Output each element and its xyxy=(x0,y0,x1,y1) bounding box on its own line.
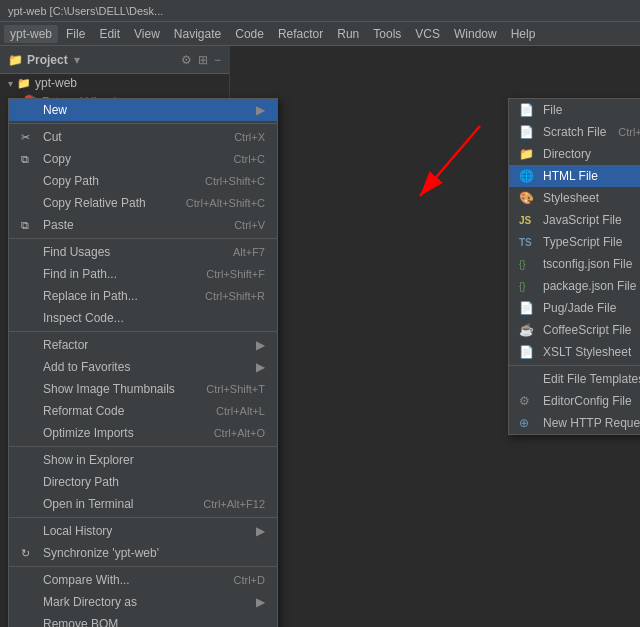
package-json-icon: {} xyxy=(519,281,537,292)
ctx-item-find-in-path[interactable]: Find in Path... Ctrl+Shift+F xyxy=(9,263,277,285)
project-label: Project xyxy=(27,53,68,67)
sub-item-scratch-file[interactable]: 📄 Scratch File Ctrl+Alt+Shift+Insert xyxy=(509,121,640,143)
layout-icon[interactable]: ⊞ xyxy=(198,53,208,67)
sub-item-html[interactable]: 🌐 HTML File xyxy=(509,165,640,187)
folder-icon: 📁 xyxy=(8,53,23,67)
ctx-divider-2 xyxy=(9,238,277,239)
sub-item-http-request[interactable]: ⊕ New HTTP Request xyxy=(509,412,640,434)
xslt-icon: 📄 xyxy=(519,345,537,359)
new-submenu: 📄 File 📄 Scratch File Ctrl+Alt+Shift+Ins… xyxy=(508,98,640,435)
sub-item-ts[interactable]: TS TypeScript File xyxy=(509,231,640,253)
menu-item-help[interactable]: Help xyxy=(505,25,542,43)
ctx-item-local-history[interactable]: Local History ▶ xyxy=(9,520,277,542)
pug-icon: 📄 xyxy=(519,301,537,315)
ctx-item-optimize-imports[interactable]: Optimize Imports Ctrl+Alt+O xyxy=(9,422,277,444)
ctx-item-cut[interactable]: ✂ Cut Ctrl+X xyxy=(9,126,277,148)
sync-icon: ↻ xyxy=(21,547,37,560)
project-folder-icon: 📁 xyxy=(17,77,31,90)
context-menu: New ▶ ✂ Cut Ctrl+X ⧉ Copy Ctrl+C Copy Pa… xyxy=(8,98,278,627)
menu-item-refactor[interactable]: Refactor xyxy=(272,25,329,43)
ctx-item-remove-bom[interactable]: Remove BOM xyxy=(9,613,277,627)
stylesheet-icon: 🎨 xyxy=(519,191,537,205)
minus-icon[interactable]: − xyxy=(214,53,221,67)
ctx-divider-6 xyxy=(9,566,277,567)
sub-item-editorconfig[interactable]: ⚙ EditorConfig File xyxy=(509,390,640,412)
ctx-item-add-favorites[interactable]: Add to Favorites ▶ xyxy=(9,356,277,378)
menu-item-code[interactable]: Code xyxy=(229,25,270,43)
file-icon: 📄 xyxy=(519,103,537,117)
sub-item-stylesheet[interactable]: 🎨 Stylesheet xyxy=(509,187,640,209)
ts-file-icon: TS xyxy=(519,237,537,248)
ctx-item-refactor[interactable]: Refactor ▶ xyxy=(9,334,277,356)
sub-item-tsconfig[interactable]: {} tsconfig.json File xyxy=(509,253,640,275)
tsconfig-icon: {} xyxy=(519,259,537,270)
sub-item-package-json[interactable]: {} package.json File xyxy=(509,275,640,297)
ctx-item-find-usages[interactable]: Find Usages Alt+F7 xyxy=(9,241,277,263)
ctx-item-show-image-thumb[interactable]: Show Image Thumbnails Ctrl+Shift+T xyxy=(9,378,277,400)
ctx-item-copy-path[interactable]: Copy Path Ctrl+Shift+C xyxy=(9,170,277,192)
menu-item-navigate[interactable]: Navigate xyxy=(168,25,227,43)
ctx-item-open-terminal[interactable]: Open in Terminal Ctrl+Alt+F12 xyxy=(9,493,277,515)
title-bar-text: ypt-web [C:\Users\DELL\Desk... xyxy=(8,5,163,17)
main-area: 📄 File 📄 Scratch File Ctrl+Alt+Shift+Ins… xyxy=(230,46,640,627)
gear-icon[interactable]: ⚙ xyxy=(181,53,192,67)
ctx-divider-1 xyxy=(9,123,277,124)
header-icons: ⚙ ⊞ − xyxy=(181,53,221,67)
ctx-item-paste[interactable]: ⧉ Paste Ctrl+V xyxy=(9,214,277,236)
sub-item-pug[interactable]: 📄 Pug/Jade File xyxy=(509,297,640,319)
http-icon: ⊕ xyxy=(519,416,537,430)
ctx-item-show-in-explorer[interactable]: Show in Explorer xyxy=(9,449,277,471)
ctx-item-mark-dir[interactable]: Mark Directory as ▶ xyxy=(9,591,277,613)
menu-item-view[interactable]: View xyxy=(128,25,166,43)
ctx-item-compare[interactable]: Compare With... Ctrl+D xyxy=(9,569,277,591)
menu-item-vcs[interactable]: VCS xyxy=(409,25,446,43)
ctx-divider-5 xyxy=(9,517,277,518)
paste-icon: ⧉ xyxy=(21,219,37,232)
sub-item-directory[interactable]: 📁 Directory xyxy=(509,143,640,165)
directory-icon: 📁 xyxy=(519,147,537,161)
js-file-icon: JS xyxy=(519,215,537,226)
ctx-item-inspect-code[interactable]: Inspect Code... xyxy=(9,307,277,329)
sub-divider-1 xyxy=(509,365,640,366)
tree-root[interactable]: ▾ 📁 ypt-web xyxy=(0,74,229,92)
menu-item-tools[interactable]: Tools xyxy=(367,25,407,43)
sub-item-coffeescript[interactable]: ☕ CoffeeScript File xyxy=(509,319,640,341)
tree-arrow: ▾ xyxy=(8,78,13,89)
editorconfig-icon: ⚙ xyxy=(519,394,537,408)
ctx-item-directory-path[interactable]: Directory Path xyxy=(9,471,277,493)
ctx-item-new[interactable]: New ▶ xyxy=(9,99,277,121)
svg-line-1 xyxy=(420,126,480,196)
ctx-item-copy-rel-path[interactable]: Copy Relative Path Ctrl+Alt+Shift+C xyxy=(9,192,277,214)
menu-item-file[interactable]: File xyxy=(60,25,91,43)
menu-bar: ypt-web File Edit View Navigate Code Ref… xyxy=(0,22,640,46)
menu-item-ypt-web[interactable]: ypt-web xyxy=(4,25,58,43)
sub-item-file[interactable]: 📄 File xyxy=(509,99,640,121)
html-file-icon: 🌐 xyxy=(519,169,537,183)
ctx-item-reformat[interactable]: Reformat Code Ctrl+Alt+L xyxy=(9,400,277,422)
project-header: 📁 Project ▾ ⚙ ⊞ − xyxy=(0,46,229,74)
coffee-icon: ☕ xyxy=(519,323,537,337)
ctx-divider-4 xyxy=(9,446,277,447)
ctx-item-synchronize[interactable]: ↻ Synchronize 'ypt-web' xyxy=(9,542,277,564)
scratch-file-icon: 📄 xyxy=(519,125,537,139)
sub-item-xslt[interactable]: 📄 XSLT Stylesheet xyxy=(509,341,640,363)
tree-root-label: ypt-web xyxy=(35,76,77,90)
sub-item-edit-templates[interactable]: Edit File Templates... xyxy=(509,368,640,390)
sub-item-js[interactable]: JS JavaScript File xyxy=(509,209,640,231)
title-bar: ypt-web [C:\Users\DELL\Desk... xyxy=(0,0,640,22)
ctx-item-copy[interactable]: ⧉ Copy Ctrl+C xyxy=(9,148,277,170)
menu-item-window[interactable]: Window xyxy=(448,25,503,43)
menu-item-edit[interactable]: Edit xyxy=(93,25,126,43)
cut-icon: ✂ xyxy=(21,131,37,144)
app-body: 📁 Project ▾ ⚙ ⊞ − ▾ 📁 ypt-web 📚 External… xyxy=(0,46,640,627)
ctx-divider-3 xyxy=(9,331,277,332)
ctx-item-replace-in-path[interactable]: Replace in Path... Ctrl+Shift+R xyxy=(9,285,277,307)
copy-icon: ⧉ xyxy=(21,153,37,166)
menu-item-run[interactable]: Run xyxy=(331,25,365,43)
sidebar: 📁 Project ▾ ⚙ ⊞ − ▾ 📁 ypt-web 📚 External… xyxy=(0,46,230,627)
